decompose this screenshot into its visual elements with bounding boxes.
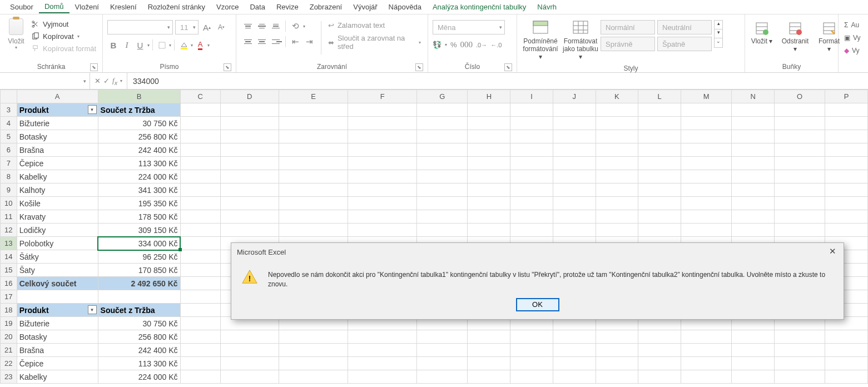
cell[interactable] [417, 103, 468, 117]
cell[interactable] [468, 197, 510, 210]
cell[interactable] [681, 103, 732, 117]
cell[interactable] [638, 357, 681, 370]
cell[interactable] [681, 344, 732, 357]
cell[interactable] [732, 344, 775, 357]
cell[interactable] [553, 170, 596, 183]
cell[interactable] [681, 370, 732, 384]
cell[interactable] [417, 224, 468, 237]
insert-cells-button[interactable]: Vložit ▾ [748, 19, 775, 55]
cell[interactable] [279, 370, 348, 384]
align-right-button[interactable] [270, 36, 282, 47]
cell[interactable] [732, 103, 775, 117]
column-header-B[interactable]: B [98, 90, 180, 103]
cell[interactable] [774, 130, 825, 143]
cell[interactable] [279, 330, 348, 344]
cell[interactable] [279, 357, 348, 370]
row-header-18[interactable]: 18 [1, 304, 17, 317]
cell[interactable] [638, 103, 681, 117]
cell[interactable] [553, 130, 596, 143]
cell[interactable] [348, 330, 417, 344]
cell-styles-gallery[interactable]: Normální Neutrální Správně Špatně [601, 17, 712, 54]
cell[interactable] [348, 197, 417, 210]
cell[interactable] [553, 117, 596, 130]
cell[interactable] [417, 130, 468, 143]
row-header-9[interactable]: 9 [1, 183, 17, 197]
select-all-corner[interactable] [1, 90, 17, 103]
menu-vývojář[interactable]: Vývojář [348, 1, 383, 13]
cell[interactable] [681, 117, 732, 130]
cell[interactable]: Šátky [17, 250, 98, 264]
cell[interactable]: 170 850 Kč [98, 264, 180, 277]
column-header-C[interactable]: C [180, 90, 220, 103]
cell[interactable] [510, 170, 553, 183]
cell[interactable] [732, 157, 775, 170]
cell[interactable] [510, 130, 553, 143]
cell[interactable]: 224 000 Kč [98, 170, 180, 183]
row-header-15[interactable]: 15 [1, 264, 17, 277]
clipboard-launcher[interactable]: ⬊ [90, 63, 98, 71]
font-color-button[interactable]: A [194, 39, 206, 51]
cell[interactable] [220, 330, 279, 344]
cell[interactable] [638, 117, 681, 130]
cell[interactable] [180, 330, 220, 344]
cell[interactable] [825, 157, 868, 170]
cell[interactable] [348, 170, 417, 183]
copy-button[interactable]: Kopírovat ▾ [31, 32, 96, 41]
row-header-6[interactable]: 6 [1, 143, 17, 157]
cell[interactable] [220, 197, 279, 210]
cell[interactable]: 256 800 Kč [98, 130, 180, 143]
styles-scroll-down[interactable]: ▾ [715, 29, 722, 38]
increase-indent-button[interactable]: ⇥ [303, 36, 315, 48]
cell[interactable] [774, 183, 825, 197]
cell[interactable] [596, 170, 638, 183]
style-normal[interactable]: Normální [601, 20, 655, 34]
cell[interactable]: Brašna [17, 143, 98, 157]
cell[interactable] [553, 197, 596, 210]
cell[interactable]: Součet z Tržba [98, 304, 180, 317]
styles-more[interactable]: ⌄ [715, 38, 722, 47]
cell[interactable] [681, 157, 732, 170]
cell[interactable] [825, 197, 868, 210]
cell[interactable]: 30 750 Kč [98, 317, 180, 330]
cell[interactable] [220, 344, 279, 357]
format-as-table-button[interactable]: Formátovat jako tabulku ▾ [561, 17, 601, 63]
cell[interactable]: 224 000 Kč [98, 370, 180, 384]
cell[interactable] [510, 143, 553, 157]
cell[interactable] [468, 224, 510, 237]
style-bad[interactable]: Špatně [657, 37, 712, 51]
cell[interactable] [468, 330, 510, 344]
menu-nápověda[interactable]: Nápověda [383, 1, 427, 13]
column-header-A[interactable]: A [17, 90, 98, 103]
cell[interactable] [220, 157, 279, 170]
cell[interactable] [220, 357, 279, 370]
row-header-22[interactable]: 22 [1, 357, 17, 370]
column-header-E[interactable]: E [279, 90, 348, 103]
column-header-L[interactable]: L [638, 90, 681, 103]
cell[interactable] [180, 304, 220, 317]
cell[interactable]: Šaty [17, 264, 98, 277]
alignment-launcher[interactable]: ⬊ [415, 63, 423, 71]
cell[interactable]: 242 400 Kč [98, 344, 180, 357]
column-header-D[interactable]: D [220, 90, 279, 103]
cell[interactable] [279, 224, 348, 237]
cell[interactable] [825, 170, 868, 183]
decrease-font-button[interactable]: A▾ [215, 21, 227, 33]
cell[interactable] [553, 370, 596, 384]
cell[interactable] [774, 344, 825, 357]
cell[interactable] [825, 210, 868, 224]
cell[interactable] [279, 103, 348, 117]
cell[interactable] [468, 357, 510, 370]
cell[interactable] [732, 117, 775, 130]
worksheet-grid[interactable]: ABCDEFGHIJKLMNOP 3Produkt▼Součet z Tržba… [0, 90, 868, 384]
row-header-17[interactable]: 17 [1, 290, 17, 304]
cell[interactable] [180, 183, 220, 197]
cell[interactable] [638, 143, 681, 157]
align-top-button[interactable] [242, 21, 254, 32]
cell[interactable] [220, 210, 279, 224]
cell[interactable] [220, 103, 279, 117]
row-header-5[interactable]: 5 [1, 130, 17, 143]
cell[interactable] [417, 117, 468, 130]
cell[interactable]: Produkt▼ [17, 304, 98, 317]
comma-button[interactable]: 000 [460, 40, 473, 49]
column-header-G[interactable]: G [417, 90, 468, 103]
